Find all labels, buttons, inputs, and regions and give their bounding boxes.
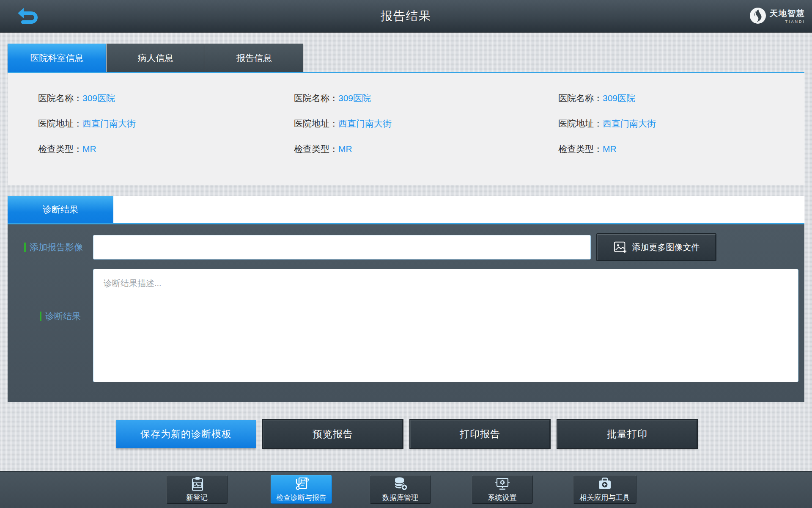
info-label: 检查类型： [38, 144, 82, 154]
info-label: 医院地址： [38, 119, 82, 128]
info-value: MR [338, 144, 352, 154]
tab-report-info[interactable]: 报告信息 [205, 44, 303, 72]
top-bar: 报告结果 天地智慧 TIANDI [0, 0, 812, 33]
report-image-input[interactable] [93, 235, 591, 260]
info-row: 检查类型：MR [38, 140, 96, 158]
info-label: 检查类型： [558, 144, 603, 154]
info-row: 检查类型：MR [294, 140, 352, 158]
info-value: 309医院 [603, 93, 635, 103]
info-value: 309医院 [338, 93, 371, 103]
add-report-image-label-text: 添加报告影像 [30, 241, 83, 253]
tab-hospital-department-info[interactable]: 医院科室信息 [8, 44, 106, 72]
tab-diagnosis-result[interactable]: 诊断结果 [8, 196, 113, 223]
info-label: 医院地址： [294, 119, 338, 128]
info-value: 309医院 [82, 93, 115, 103]
nav-label: 新登记 [186, 493, 208, 502]
toolbox-plus-icon [596, 476, 613, 491]
print-report-button[interactable]: 打印报告 [410, 420, 550, 448]
diagnosis-result-label: 诊断结果 [40, 308, 81, 325]
report-stethoscope-icon [293, 476, 310, 491]
add-more-images-button[interactable]: 添加更多图像文件 [597, 234, 716, 260]
info-row: 医院名称：309医院 [38, 89, 115, 107]
add-report-image-label: 添加报告影像 [24, 235, 83, 260]
brand-subtitle: TIANDI [770, 19, 805, 24]
page-title: 报告结果 [0, 0, 812, 32]
green-marker [24, 243, 26, 252]
info-row: 医院名称：309医院 [558, 89, 635, 107]
add-more-images-label: 添加更多图像文件 [632, 242, 700, 253]
batch-print-button[interactable]: 批量打印 [557, 420, 697, 448]
info-value: 西直门南大街 [338, 119, 392, 128]
diagnosis-tab-bar: 诊断结果 [8, 196, 804, 223]
nav-exam-diagnosis-report[interactable]: 检查诊断与报告 [271, 475, 332, 504]
brand-logo: 天地智慧 TIANDI [749, 7, 805, 24]
info-row: 医院名称：309医院 [294, 89, 371, 107]
info-row: 检查类型：MR [558, 140, 617, 158]
nav-related-apps-tools[interactable]: 相关应用与工具 [573, 475, 636, 504]
add-image-icon [613, 240, 628, 254]
nav-system-settings[interactable]: 系统设置 [472, 475, 533, 504]
diagnosis-result-label-text: 诊断结果 [45, 310, 81, 322]
diagnosis-panel: 添加报告影像 添加更多图像文件 诊断结果 [8, 224, 804, 402]
diagnosis-result-textarea[interactable] [93, 269, 798, 382]
info-label: 医院名称： [294, 93, 338, 103]
info-label: 检查类型： [294, 144, 338, 154]
info-value: MR [603, 144, 617, 154]
info-row: 医院地址：西直门南大街 [294, 115, 392, 133]
info-row: 医院地址：西直门南大街 [38, 115, 136, 133]
nav-label: 相关应用与工具 [580, 493, 630, 502]
info-label: 医院地址： [558, 119, 603, 128]
nav-database-management[interactable]: 数据库管理 [370, 475, 431, 504]
tab-patient-info[interactable]: 病人信息 [106, 44, 205, 72]
info-row: 医院地址：西直门南大街 [558, 115, 656, 133]
brand-text: 天地智慧 TIANDI [770, 8, 805, 24]
info-tab-bar: 医院科室信息 病人信息 报告信息 [8, 44, 303, 72]
green-marker [40, 312, 41, 321]
info-value: 西直门南大街 [82, 119, 136, 128]
hospital-info-panel: 医院名称：309医院 医院地址：西直门南大街 检查类型：MR 医院名称：309医… [8, 73, 804, 185]
nav-label: 数据库管理 [382, 493, 418, 502]
nav-label: 系统设置 [488, 493, 517, 502]
monitor-gear-icon [494, 476, 511, 491]
info-value: 西直门南大街 [603, 119, 656, 128]
database-plus-icon [392, 476, 409, 491]
info-label: 医院名称： [558, 93, 603, 103]
brand-icon [749, 7, 766, 24]
info-value: MR [82, 144, 96, 154]
info-label: 医院名称： [38, 93, 82, 103]
save-as-template-button[interactable]: 保存为新的诊断模板 [116, 420, 256, 448]
clipboard-pulse-icon [189, 476, 206, 491]
nav-new-registration[interactable]: 新登记 [166, 475, 228, 504]
nav-label: 检查诊断与报告 [276, 493, 326, 502]
preview-report-button[interactable]: 预览报告 [263, 420, 403, 448]
brand-name: 天地智慧 [770, 8, 805, 19]
bottom-nav-bar: 新登记 检查诊断与报告 数据库管理 [0, 471, 812, 508]
